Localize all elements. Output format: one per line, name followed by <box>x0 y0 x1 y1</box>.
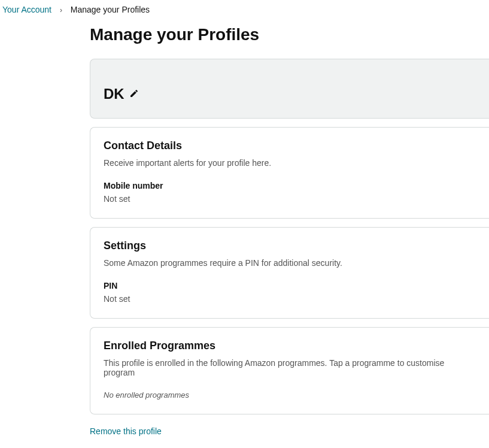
settings-desc: Some Amazon programmes require a PIN for… <box>104 258 476 268</box>
contact-details-desc: Receive important alerts for your profil… <box>104 158 476 168</box>
profile-header: DK <box>90 59 489 119</box>
breadcrumb-separator: › <box>60 6 62 14</box>
contact-details-card: Contact Details Receive important alerts… <box>90 127 489 219</box>
page-title: Manage your Profiles <box>90 25 489 44</box>
pin-label: PIN <box>104 281 476 290</box>
remove-profile-link[interactable]: Remove this profile <box>90 426 162 436</box>
settings-title: Settings <box>104 240 476 252</box>
contact-details-title: Contact Details <box>104 140 476 152</box>
breadcrumb: Your Account › Manage your Profiles <box>0 0 489 19</box>
enrolled-programmes-empty: No enrolled programmes <box>104 391 476 399</box>
settings-card: Settings Some Amazon programmes require … <box>90 227 489 319</box>
pin-value: Not set <box>104 294 476 304</box>
breadcrumb-root-link[interactable]: Your Account <box>2 5 51 14</box>
mobile-number-label: Mobile number <box>104 181 476 190</box>
enrolled-programmes-card: Enrolled Programmes This profile is enro… <box>90 327 489 414</box>
edit-icon[interactable] <box>129 89 140 99</box>
mobile-number-value: Not set <box>104 194 476 204</box>
enrolled-programmes-desc: This profile is enrolled in the followin… <box>104 358 476 377</box>
enrolled-programmes-title: Enrolled Programmes <box>104 340 476 352</box>
breadcrumb-current: Manage your Profiles <box>71 5 150 14</box>
profile-name: DK <box>104 86 124 102</box>
